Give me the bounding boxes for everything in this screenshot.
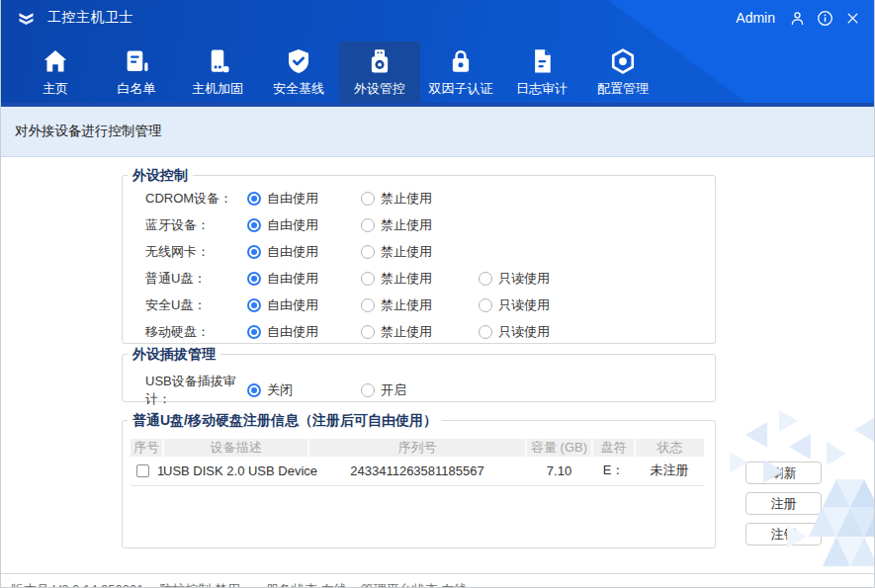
page-description: 对外接设备进行控制管理 xyxy=(15,123,162,140)
unregister-button[interactable]: 注销 xyxy=(745,523,822,546)
tab-home[interactable]: 主页 xyxy=(15,42,96,103)
device-description: USB DISK 2.0 USB Device xyxy=(163,457,308,485)
radio-option-forbid[interactable]: 禁止使用 xyxy=(361,296,479,314)
radio-option-forbid[interactable]: 禁止使用 xyxy=(361,243,479,261)
info-icon[interactable] xyxy=(816,9,834,28)
home-icon xyxy=(41,46,70,76)
radio-option-off[interactable]: 关闭 xyxy=(247,381,361,399)
host-hardening-icon xyxy=(203,46,232,76)
table-action-buttons: 刷新 注册 注销 xyxy=(745,462,822,546)
whitelist-icon xyxy=(122,46,151,76)
radio-option-free[interactable]: 自由使用 xyxy=(247,243,361,261)
radio-label: 自由使用 xyxy=(267,216,318,234)
radio-label: 只读使用 xyxy=(498,296,550,314)
registration-group: 普通U盘/移动硬盘注册信息（注册后可自由使用） 序号 设备描述 序列号 容量 (… xyxy=(122,420,716,548)
radio-button[interactable] xyxy=(361,192,375,206)
group-legend: 外设控制 xyxy=(128,167,193,184)
radio-button[interactable] xyxy=(247,298,261,312)
device-drive-letter: E： xyxy=(592,457,635,485)
radio-button[interactable] xyxy=(247,272,261,286)
radio-button[interactable] xyxy=(247,383,261,397)
radio-label: 禁止使用 xyxy=(381,270,432,288)
radio-option-readonly[interactable]: 只读使用 xyxy=(479,323,715,341)
tab-log-audit[interactable]: 日志审计 xyxy=(501,42,582,103)
radio-button[interactable] xyxy=(247,245,261,259)
device-control-row: CDROM设备： 自由使用 禁止使用 xyxy=(123,185,715,211)
device-label: 普通U盘： xyxy=(145,270,247,288)
tab-label: 双因子认证 xyxy=(429,80,493,98)
radio-label: 禁止使用 xyxy=(381,296,432,314)
app-title: 工控主机卫士 xyxy=(47,9,133,27)
radio-option-forbid[interactable]: 禁止使用 xyxy=(361,323,479,341)
usb-registration-table: 序号 设备描述 序列号 容量 (GB) 盘符 状态 1 USB DISK 2.0… xyxy=(131,439,704,486)
col-header-description: 设备描述 xyxy=(163,439,308,457)
page-description-bar: 对外接设备进行控制管理 xyxy=(1,107,874,157)
radio-button[interactable] xyxy=(247,192,261,206)
radio-button[interactable] xyxy=(361,325,375,339)
close-icon[interactable] xyxy=(843,9,862,28)
radio-option-on[interactable]: 开启 xyxy=(361,381,479,399)
col-header-capacity: 容量 (GB) xyxy=(526,439,592,457)
device-control-row: 移动硬盘： 自由使用 禁止使用 只读使用 xyxy=(123,318,715,345)
radio-button[interactable] xyxy=(361,245,375,259)
header: 工控主机卫士 Admin xyxy=(1,0,874,103)
col-header-status: 状态 xyxy=(635,439,704,457)
main-content: 外设控制 CDROM设备： 自由使用 禁止使用 蓝牙设备： 自由使用 禁止使用 … xyxy=(1,175,874,573)
tab-peripheral-control[interactable]: 外设管控 xyxy=(339,42,420,103)
user-icon[interactable] xyxy=(788,9,807,28)
radio-option-forbid[interactable]: 禁止使用 xyxy=(361,190,479,208)
log-document-icon xyxy=(527,46,557,76)
app-logo-icon xyxy=(16,8,37,29)
radio-button[interactable] xyxy=(361,272,375,286)
radio-label: 禁止使用 xyxy=(381,190,432,208)
radio-button[interactable] xyxy=(479,272,492,286)
tab-two-factor[interactable]: 双因子认证 xyxy=(420,42,501,103)
radio-button[interactable] xyxy=(247,218,261,232)
peripheral-control-group: 外设控制 CDROM设备： 自由使用 禁止使用 蓝牙设备： 自由使用 禁止使用 … xyxy=(122,175,716,344)
radio-button[interactable] xyxy=(479,325,492,339)
tab-config-management[interactable]: 配置管理 xyxy=(582,42,663,103)
lock-icon xyxy=(446,46,476,76)
radio-option-readonly[interactable]: 只读使用 xyxy=(479,270,715,288)
radio-button[interactable] xyxy=(361,298,375,312)
col-header-serial: 序列号 xyxy=(308,439,526,457)
radio-option-forbid[interactable]: 禁止使用 xyxy=(361,216,479,234)
register-button[interactable]: 注册 xyxy=(745,492,822,515)
device-label: 蓝牙设备： xyxy=(145,216,247,234)
hexagon-gear-icon xyxy=(608,46,638,76)
radio-button[interactable] xyxy=(247,325,261,339)
radio-option-forbid[interactable]: 禁止使用 xyxy=(361,270,479,288)
table-row[interactable]: 1 USB DISK 2.0 USB Device 24334112635811… xyxy=(131,457,704,485)
radio-option-free[interactable]: 自由使用 xyxy=(247,296,361,314)
radio-option-readonly[interactable]: 只读使用 xyxy=(479,296,715,314)
tab-whitelist[interactable]: 白名单 xyxy=(96,42,177,103)
main-navigation: 主页 白名单 主机加固 xyxy=(1,36,874,103)
protection-status: 防护控制:禁用 xyxy=(159,581,240,588)
device-label: 安全U盘： xyxy=(145,296,247,314)
radio-button[interactable] xyxy=(479,298,492,312)
tab-label: 白名单 xyxy=(118,80,156,98)
usb-audit-label: USB设备插拔审计： xyxy=(145,373,247,408)
col-header-index: 序号 xyxy=(131,439,163,457)
tab-security-baseline[interactable]: 安全基线 xyxy=(258,42,339,103)
current-user-label[interactable]: Admin xyxy=(736,10,775,26)
radio-label: 只读使用 xyxy=(498,270,550,288)
radio-button[interactable] xyxy=(361,218,375,232)
tab-host-hardening[interactable]: 主机加固 xyxy=(177,42,258,103)
version-label: 版本号:V2.0.14.050301 xyxy=(11,581,143,588)
usb-audit-row: USB设备插拔审计： 关闭 开启 xyxy=(123,373,715,399)
row-checkbox[interactable] xyxy=(136,464,149,477)
radio-option-free[interactable]: 自由使用 xyxy=(247,190,361,208)
refresh-button[interactable]: 刷新 xyxy=(745,462,822,484)
table-header-row: 序号 设备描述 序列号 容量 (GB) 盘符 状态 xyxy=(131,439,704,457)
device-control-row: 普通U盘： 自由使用 禁止使用 只读使用 xyxy=(123,265,715,292)
radio-option-free[interactable]: 自由使用 xyxy=(247,216,361,234)
device-control-row: 安全U盘： 自由使用 禁止使用 只读使用 xyxy=(123,292,715,318)
radio-button[interactable] xyxy=(361,383,375,397)
device-label: 移动硬盘： xyxy=(145,323,247,341)
titlebar: 工控主机卫士 Admin xyxy=(1,0,874,36)
radio-option-free[interactable]: 自由使用 xyxy=(247,270,361,288)
radio-option-free[interactable]: 自由使用 xyxy=(247,323,361,341)
platform-status: 管理平台状态:在线 xyxy=(361,581,468,588)
tab-label: 主页 xyxy=(43,80,68,98)
